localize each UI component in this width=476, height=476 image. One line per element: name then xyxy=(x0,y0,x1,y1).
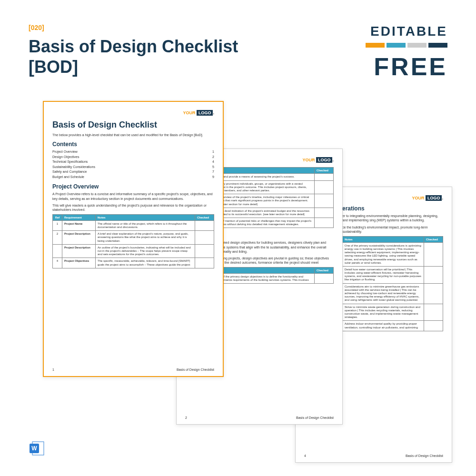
checklist-table: NotesChecked team and provide a means of… xyxy=(214,167,334,228)
section-heading: erations xyxy=(342,205,443,212)
toc: Project Overview1Design Objectives2Techn… xyxy=(52,149,214,179)
svg-text:W: W xyxy=(31,445,37,452)
page-preview-1: YOUR LOGO. Basis of Design Checklist The… xyxy=(43,101,224,377)
checklist-table: NotesChecked One of the primary design o… xyxy=(214,267,334,284)
section-text: ce the building's environmental impact, … xyxy=(342,225,443,234)
checklist-table: NotesChecked One of the primary sustaina… xyxy=(342,236,443,331)
contents-heading: Contents xyxy=(52,141,214,148)
free-badge: FREE xyxy=(366,52,447,81)
badges: EDITABLE FREE xyxy=(366,24,447,81)
section-heading: Project Overview xyxy=(52,183,214,190)
section-text: A Project Overview refers to a concise a… xyxy=(52,192,214,200)
section-text: This will give readers a quick understan… xyxy=(52,203,214,212)
section-text: gineering projects, design objectives ar… xyxy=(214,256,334,265)
editable-badge: EDITABLE xyxy=(366,24,447,39)
section-text: ell-defined design objectives for buildi… xyxy=(214,240,334,253)
checklist-table: Ref Requirement Notes Checked 1Project N… xyxy=(52,214,214,268)
color-stripes xyxy=(366,43,447,48)
word-icon: W xyxy=(29,440,46,457)
section-text: er to integrating environmentally respon… xyxy=(342,214,443,222)
logo: YOUR LOGO. xyxy=(52,110,214,115)
intro-text: The below provides a high-level checklis… xyxy=(52,133,214,137)
section-heading: es xyxy=(214,232,334,238)
doc-title: Basis of Design Checklist xyxy=(52,120,214,130)
